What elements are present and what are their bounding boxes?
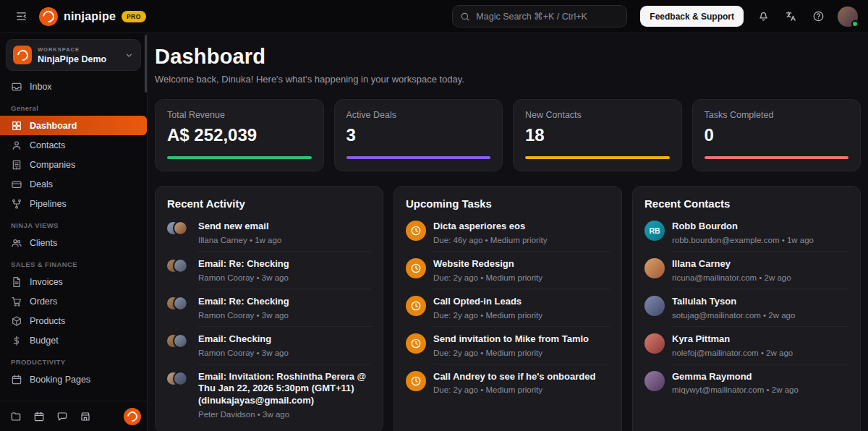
- contact-item[interactable]: RB Robb Bourdon robb.bourdon@example.com…: [644, 214, 848, 252]
- contact-avatar: RB: [644, 221, 665, 241]
- sidebar-item-label: Pipelines: [30, 199, 67, 209]
- task-title: Call Andrey to see if he's onboarded: [433, 371, 610, 383]
- activity-title: Email: Checking: [198, 333, 371, 346]
- section-title: General: [0, 96, 147, 116]
- sidebar-nav: Inbox General Dashboard: [0, 74, 147, 401]
- sidebar-item-label: Dashboard: [30, 121, 77, 131]
- stat-accent-bar: [525, 156, 670, 159]
- contact-avatar: [644, 333, 665, 354]
- sidebar-section-sales-finance: SALES & FINANCE Invoices Orders: [0, 252, 147, 350]
- sidebar-item-clients[interactable]: Clients: [0, 233, 147, 252]
- contact-item-body: Illana Carney ricuna@mailinator.com • 2w…: [672, 258, 848, 289]
- activity-item[interactable]: Email: Invitation: Roshintha Perera @ Th…: [167, 364, 371, 422]
- user-avatar[interactable]: [838, 7, 858, 27]
- contact-item[interactable]: Tallulah Tyson sotujag@mailinator.com • …: [644, 289, 848, 327]
- task-item-body: Dicta asperiores eos Due: 46y ago • Medi…: [433, 221, 610, 252]
- contact-item-body: Kyra Pittman nolefoj@mailinator.com • 2w…: [672, 333, 848, 364]
- sidebar-item-budget[interactable]: Budget: [0, 330, 147, 350]
- task-meta: Due: 2y ago • Medium priority: [433, 311, 610, 320]
- activity-item[interactable]: Email: Checking Ramon Cooray • 3w ago: [167, 327, 371, 364]
- feedback-support-button[interactable]: Feedback & Support: [640, 6, 744, 27]
- card-title: Upcoming Tasks: [406, 197, 610, 210]
- clock-icon: [406, 333, 426, 354]
- sidebar-item-products[interactable]: Products: [0, 311, 147, 330]
- sidebar-bottom-toolbar: [0, 401, 147, 431]
- global-search[interactable]: [452, 5, 627, 27]
- files-button[interactable]: [6, 406, 26, 427]
- sidebar-item-inbox[interactable]: Inbox: [0, 77, 147, 96]
- sidebar: WORKSPACE NinjaPipe Demo Inbox General: [0, 33, 148, 431]
- ninjapipe-logo: [39, 7, 58, 26]
- sidebar-item-contacts[interactable]: Contacts: [0, 135, 147, 155]
- contact-avatar: [644, 296, 665, 316]
- activity-item-body: Send new email Illana Carney • 1w ago: [198, 221, 371, 252]
- task-item-body: Website Redesign Due: 2y ago • Medium pr…: [433, 258, 610, 289]
- section-title: NINJA VIEWS: [0, 213, 147, 233]
- sidebar-item-label: Invoices: [30, 277, 63, 287]
- avatar: [174, 335, 187, 347]
- workspace-name: NinjaPipe Demo: [38, 54, 106, 64]
- contact-item-body: Gemma Raymond miqywyt@mailinator.com • 2…: [672, 371, 848, 398]
- help-circle-icon: [812, 10, 825, 22]
- contact-item[interactable]: Gemma Raymond miqywyt@mailinator.com • 2…: [644, 364, 848, 398]
- chevron-down-icon: [124, 51, 134, 60]
- task-item-body: Call Andrey to see if he's onboarded Due…: [433, 371, 610, 398]
- contact-item[interactable]: Kyra Pittman nolefoj@mailinator.com • 2w…: [644, 327, 848, 364]
- calendar-button[interactable]: [29, 406, 49, 427]
- recent-activity-card: Recent Activity Send new email: [155, 186, 383, 431]
- sidebar-item-orders[interactable]: Orders: [0, 291, 147, 311]
- card-title: Recent Activity: [167, 197, 371, 210]
- contact-meta: ricuna@mailinator.com • 2w ago: [672, 273, 848, 282]
- contact-name: Kyra Pittman: [672, 333, 848, 346]
- sidebar-item-booking-pages[interactable]: Booking Pages: [0, 370, 147, 389]
- search-input[interactable]: [476, 12, 619, 22]
- sidebar-item-companies[interactable]: Companies: [0, 155, 147, 174]
- sidebar-toggle-button[interactable]: [10, 6, 32, 27]
- task-item[interactable]: Call Andrey to see if he's onboarded Due…: [406, 364, 610, 398]
- topbar: ninjapipe PRO Feedback & Support: [0, 0, 868, 33]
- task-item[interactable]: Send invitation to Mike from Tamlo Due: …: [406, 327, 610, 364]
- chat-button[interactable]: [52, 406, 72, 427]
- dashboard-icon: [11, 120, 22, 132]
- task-item[interactable]: Dicta asperiores eos Due: 46y ago • Medi…: [406, 214, 610, 252]
- task-title: Website Redesign: [433, 258, 610, 270]
- contact-meta: nolefoj@mailinator.com • 2w ago: [672, 349, 848, 357]
- translate-icon: [785, 10, 797, 22]
- contact-meta: robb.bourdon@example.com • 1w ago: [672, 236, 848, 244]
- contact-avatar: [644, 258, 665, 278]
- sidebar-item-dashboard[interactable]: Dashboard: [0, 116, 147, 135]
- help-button[interactable]: [807, 6, 829, 27]
- contacts-list: RB Robb Bourdon robb.bourdon@example.com…: [644, 214, 848, 397]
- sidebar-item-deals[interactable]: Deals: [0, 174, 147, 194]
- deals-icon: [11, 179, 22, 190]
- translate-button[interactable]: [780, 6, 801, 27]
- page-subtitle: Welcome back, Dinuka! Here's what's happ…: [155, 74, 861, 85]
- task-meta: Due: 2y ago • Medium priority: [433, 349, 610, 357]
- sidebar-item-label: Contacts: [30, 140, 65, 150]
- task-item[interactable]: Call Opted-in Leads Due: 2y ago • Medium…: [406, 289, 610, 327]
- workspace-selector[interactable]: WORKSPACE NinjaPipe Demo: [6, 39, 141, 71]
- workspace-text: WORKSPACE NinjaPipe Demo: [38, 46, 106, 64]
- contact-name: Tallulah Tyson: [672, 296, 848, 308]
- sidebar-item-label: Clients: [30, 238, 57, 248]
- products-icon: [11, 315, 22, 327]
- contact-item[interactable]: Illana Carney ricuna@mailinator.com • 2w…: [644, 252, 848, 289]
- activity-item-body: Email: Checking Ramon Cooray • 3w ago: [198, 333, 371, 364]
- clock-icon: [406, 258, 426, 278]
- activity-item[interactable]: Send new email Illana Carney • 1w ago: [167, 214, 371, 252]
- notifications-button[interactable]: [752, 6, 774, 27]
- contact-name: Illana Carney: [672, 258, 848, 270]
- app-root: ninjapipe PRO Feedback & Support: [0, 0, 868, 431]
- folder-icon: [10, 411, 22, 422]
- activity-item[interactable]: Email: Re: Checking Ramon Cooray • 3w ag…: [167, 289, 371, 327]
- store-button[interactable]: [75, 406, 95, 427]
- task-item-body: Send invitation to Mike from Tamlo Due: …: [433, 333, 610, 364]
- sidebar-scrollbar-thumb[interactable]: [145, 35, 147, 93]
- activity-item[interactable]: Email: Re: Checking Ramon Cooray • 3w ag…: [167, 252, 371, 289]
- stat-card-total-revenue: Total Revenue A$ 252,039: [155, 99, 324, 171]
- task-title: Call Opted-in Leads: [433, 296, 610, 308]
- task-item[interactable]: Website Redesign Due: 2y ago • Medium pr…: [406, 252, 610, 289]
- sidebar-item-pipelines[interactable]: Pipelines: [0, 194, 147, 213]
- ninjapipe-logo-small[interactable]: [124, 408, 141, 425]
- sidebar-item-invoices[interactable]: Invoices: [0, 272, 147, 291]
